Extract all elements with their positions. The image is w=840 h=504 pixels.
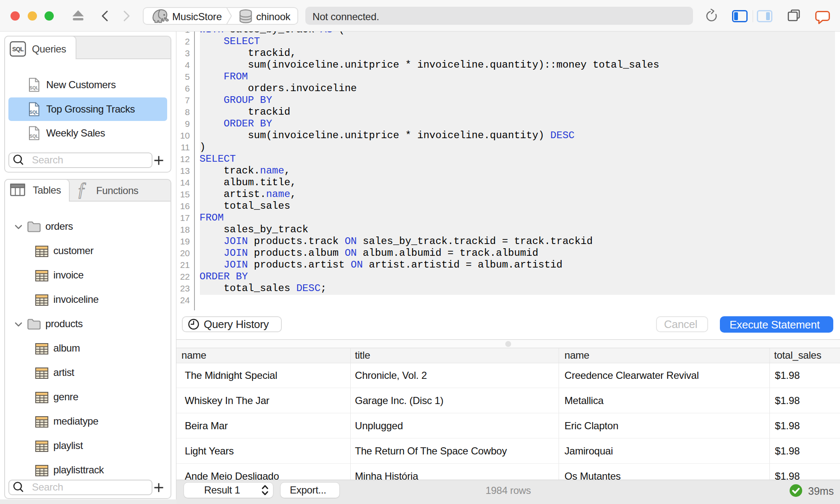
svg-text:SQL: SQL [29, 85, 39, 90]
svg-text:SQL: SQL [29, 110, 39, 115]
svg-text:SQL: SQL [29, 134, 39, 139]
svg-text:SQL: SQL [12, 46, 24, 52]
